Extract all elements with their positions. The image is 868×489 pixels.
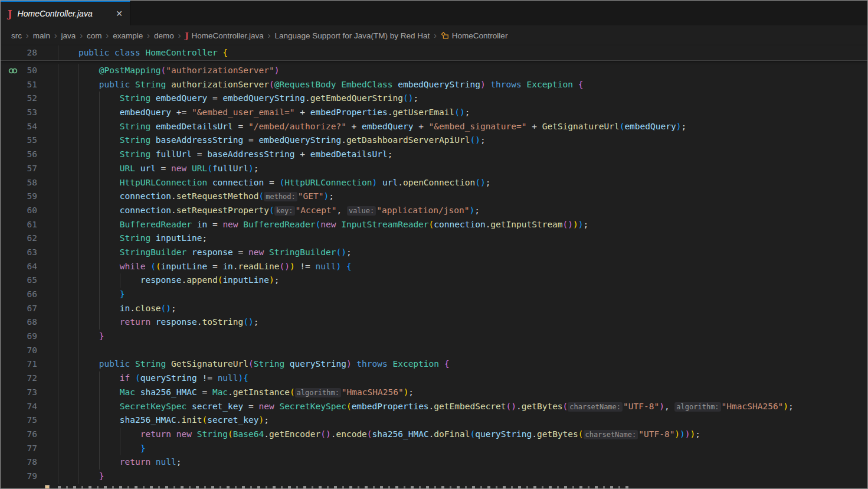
line-number[interactable]: 28 <box>1 45 37 60</box>
line-number[interactable]: 73 <box>1 386 37 400</box>
code-token: return <box>120 317 156 327</box>
line-number[interactable]: 57 <box>1 162 37 176</box>
code-line-62[interactable]: 62String inputLine; <box>1 232 867 246</box>
indent-guide <box>58 162 58 176</box>
breadcrumb-item-label: main <box>33 31 50 40</box>
code-token: ) <box>480 178 486 187</box>
code-line-51[interactable]: 51public String authorizationServer(@Req… <box>1 78 867 92</box>
line-number[interactable]: 67 <box>1 302 37 316</box>
code-line-68[interactable]: 68return response.toString(); <box>1 315 867 330</box>
line-number[interactable]: 53 <box>1 106 37 120</box>
line-number[interactable]: 52 <box>1 92 37 106</box>
code-line-76[interactable]: 76return new String(Base64.getEncoder().… <box>1 428 867 442</box>
code-line-64[interactable]: 64while ((inputLine = in.readLine()) != … <box>1 260 867 274</box>
line-number[interactable]: 50 <box>1 64 37 78</box>
line-number[interactable]: 68 <box>1 315 37 330</box>
breadcrumb-item-demo[interactable]: demo <box>154 31 174 40</box>
breadcrumb-item-java[interactable]: java <box>61 31 76 40</box>
code-line-67[interactable]: 67in.close(); <box>1 302 867 316</box>
code-line-50[interactable]: 50@PostMapping("authorizationServer") <box>1 64 867 78</box>
breadcrumb-item-src[interactable]: src <box>11 31 22 40</box>
breadcrumb-item-language-support-for-java-tm-by-red-hat[interactable]: Language Support for Java(TM) by Red Hat <box>275 31 430 40</box>
indent-guide <box>78 190 79 204</box>
indent-guide <box>58 106 58 120</box>
code-line-57[interactable]: 57URL url = new URL(fullUrl); <box>1 162 867 176</box>
code-line-56[interactable]: 56String fullUrl = baseAddressString + e… <box>1 148 867 162</box>
line-number[interactable]: 60 <box>1 204 37 218</box>
code-token: ) <box>372 178 378 187</box>
code-line-75[interactable]: 75sha256_HMAC.init(secret_key); <box>1 413 867 428</box>
line-number[interactable]: 63 <box>1 246 37 260</box>
code-area[interactable]: 50@PostMapping("authorizationServer")51p… <box>1 61 867 488</box>
code-line-79[interactable]: 79} <box>1 470 867 484</box>
endpoint-link-icon[interactable] <box>8 66 18 76</box>
line-number[interactable]: 76 <box>1 428 37 442</box>
gutter: 77 <box>1 442 37 456</box>
code-line-66[interactable]: 66} <box>1 288 867 302</box>
line-number[interactable]: 54 <box>1 120 37 134</box>
line-number[interactable]: 65 <box>1 273 37 288</box>
line-number[interactable]: 61 <box>1 218 37 232</box>
tab-homecontroller-java[interactable]: J HomeController.java ✕ <box>1 1 130 25</box>
code-line-71[interactable]: 71public String GetSignatureUrl(String q… <box>1 357 867 371</box>
line-number[interactable]: 75 <box>1 413 37 428</box>
line-number[interactable]: 79 <box>1 470 37 484</box>
code-line-78[interactable]: 78return null; <box>1 455 867 470</box>
code-token: { <box>222 48 228 57</box>
code-token: inputLine <box>222 275 269 285</box>
code-token: { <box>578 80 584 89</box>
breadcrumb-item-homecontroller[interactable]: HomeController <box>441 31 508 40</box>
code-token: ( <box>156 262 161 271</box>
line-number[interactable]: 71 <box>1 357 37 371</box>
code-line-74[interactable]: 74SecretKeySpec secret_key = new SecretK… <box>1 400 867 414</box>
code-token: += <box>171 107 192 117</box>
code-line-55[interactable]: 55String baseAddressString = embedQueryS… <box>1 133 867 148</box>
breadcrumb-item-example[interactable]: example <box>113 31 143 40</box>
code-line-73[interactable]: 73Mac sha256_HMAC = Mac.getInstance(algo… <box>1 386 867 400</box>
code-line-58[interactable]: 58HttpURLConnection connection = (HttpUR… <box>1 176 867 190</box>
code-token: new <box>171 164 192 173</box>
code-line-70[interactable]: 70 <box>1 344 867 358</box>
code-line-61[interactable]: 61BufferedReader in = new BufferedReader… <box>1 218 867 232</box>
breadcrumb-item-com[interactable]: com <box>87 31 102 40</box>
gutter: 58 <box>1 176 37 190</box>
code-line-72[interactable]: 72if (queryString != null){ <box>1 371 867 386</box>
line-number[interactable]: 72 <box>1 371 37 386</box>
indent-guide <box>78 344 79 358</box>
line-number[interactable]: 69 <box>1 330 37 344</box>
inlay-hint: charsetName: <box>568 402 623 412</box>
line-number[interactable]: 70 <box>1 344 37 358</box>
line-number[interactable]: 62 <box>1 232 37 246</box>
code-line-59[interactable]: 59connection.setRequestMethod(method:"GE… <box>1 190 867 204</box>
code-line-60[interactable]: 60connection.setRequestProperty(key:"Acc… <box>1 204 867 218</box>
line-number[interactable]: 56 <box>1 148 37 162</box>
close-tab-icon[interactable]: ✕ <box>116 9 123 18</box>
line-number[interactable]: 74 <box>1 400 37 414</box>
line-number[interactable]: 77 <box>1 442 37 456</box>
line-number[interactable]: 59 <box>1 190 37 204</box>
code-token: return <box>140 429 176 439</box>
code-line-28[interactable]: 28public class HomeController { <box>1 45 867 60</box>
gutter: 79 <box>1 470 37 484</box>
line-number[interactable]: 55 <box>1 133 37 148</box>
code-line-65[interactable]: 65response.append(inputLine); <box>1 273 867 288</box>
code-line-63[interactable]: 63StringBuilder response = new StringBui… <box>1 246 867 260</box>
breadcrumb-item-label: com <box>87 31 102 40</box>
line-number[interactable]: 51 <box>1 78 37 92</box>
line-number[interactable]: 58 <box>1 176 37 190</box>
code-token: close <box>135 304 161 313</box>
breadcrumb-item-homecontroller-java[interactable]: JHomeController.java <box>185 31 263 40</box>
code-line-53[interactable]: 53embedQuery += "&embed_user_email=" + e… <box>1 106 867 120</box>
line-number[interactable]: 78 <box>1 455 37 470</box>
code-text: public class HomeController { <box>58 45 867 60</box>
line-number[interactable]: 64 <box>1 260 37 274</box>
code-token: ) <box>480 80 486 89</box>
code-token: String <box>120 233 156 243</box>
code-line-54[interactable]: 54String embedDetailsUrl = "/embed/autho… <box>1 120 867 134</box>
code-line-77[interactable]: 77} <box>1 442 867 456</box>
line-number[interactable]: 66 <box>1 288 37 302</box>
code-line-69[interactable]: 69} <box>1 330 867 344</box>
code-line-52[interactable]: 52String embedQuery = embedQueryString.g… <box>1 92 867 106</box>
sticky-scroll-line[interactable]: 28public class HomeController { <box>1 45 867 61</box>
breadcrumb-item-main[interactable]: main <box>33 31 50 40</box>
